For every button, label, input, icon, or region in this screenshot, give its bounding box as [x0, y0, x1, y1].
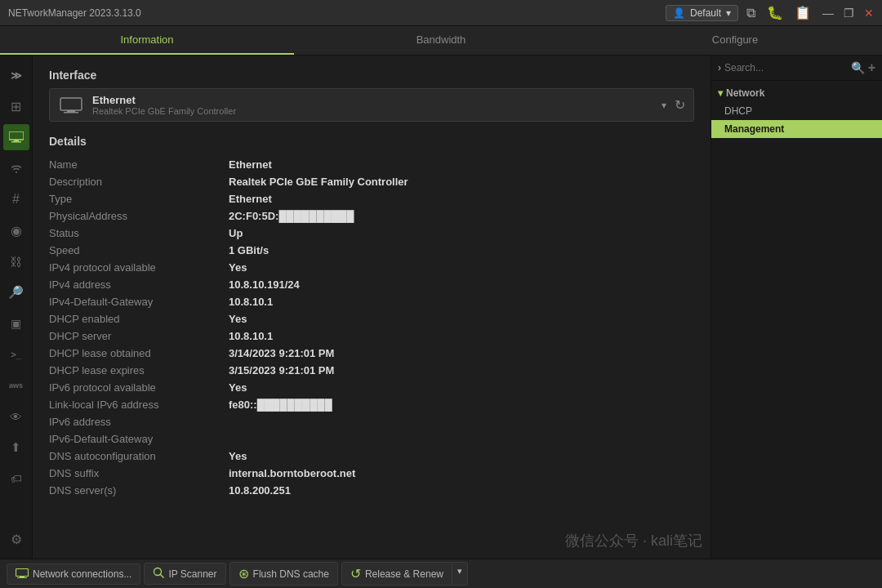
interface-description: Realtek PCIe GbE Family Controller: [92, 106, 653, 116]
row-label: Link-local IPv6 address: [49, 399, 229, 411]
expand-icon[interactable]: ≫: [3, 62, 29, 88]
wifi-icon[interactable]: [3, 155, 29, 181]
row-value: Ethernet: [229, 158, 272, 171]
row-label: DHCP lease expires: [49, 364, 229, 376]
release-renew-icon: ↺: [350, 566, 361, 581]
tree-section-label: Network: [726, 87, 764, 99]
sidebar-icons: ≫ ⊞ # ◉ ⛓ 🔎 ▣ >_ aws 👁 ⬆ 🏷 ⚙: [0, 56, 33, 559]
row-label: Type: [49, 193, 229, 205]
svg-rect-6: [16, 568, 29, 576]
interface-title: Interface: [49, 69, 694, 82]
search-icon[interactable]: 🔎: [3, 279, 29, 305]
flush-dns-icon: ⊛: [238, 566, 249, 581]
table-row: IPv4 address10.8.10.191/24: [49, 276, 694, 293]
add-icon[interactable]: +: [868, 60, 875, 75]
tag-icon[interactable]: 🏷: [3, 466, 29, 492]
profile-selector[interactable]: 👤 Default ▾: [666, 5, 738, 21]
row-value: 10.8.10.191/24: [229, 278, 300, 291]
interface-info: Ethernet Realtek PCIe GbE Family Control…: [92, 94, 653, 116]
expand-arrow-icon[interactable]: ›: [718, 62, 721, 74]
globe-icon[interactable]: ◉: [3, 217, 29, 243]
row-value: 1 GBit/s: [229, 244, 269, 256]
table-row: TypeEthernet: [49, 190, 694, 207]
table-row: IPv6 address: [49, 413, 694, 430]
interface-refresh-button[interactable]: ↻: [675, 97, 685, 113]
aws-icon[interactable]: aws: [3, 372, 29, 399]
connections-icon[interactable]: ⛓: [3, 248, 29, 274]
window-controls: — ❐ ✕: [822, 7, 874, 20]
row-label: Name: [49, 158, 229, 171]
row-value: Yes: [229, 381, 247, 394]
interface-name: Ethernet: [92, 94, 653, 106]
release-renew-group: ↺ Release & Renew ▾: [341, 562, 468, 586]
screen-icon[interactable]: ▣: [3, 310, 29, 336]
github-icon[interactable]: ⧉: [746, 6, 755, 20]
row-label: DNS suffix: [49, 467, 229, 479]
row-label: DHCP enabled: [49, 313, 229, 325]
interface-dropdown-icon[interactable]: ▾: [662, 100, 666, 111]
bug-icon[interactable]: 🐛: [767, 5, 783, 20]
header-tabs: Information Bandwidth Configure: [0, 26, 882, 56]
row-value: Up: [229, 227, 243, 239]
search-icon[interactable]: 🔍: [851, 61, 865, 74]
row-label: IPv4 protocol available: [49, 261, 229, 274]
flush-dns-button[interactable]: ⊛ Flush DNS cache: [229, 562, 338, 586]
upload-icon[interactable]: ⬆: [3, 434, 29, 461]
tab-configure[interactable]: Configure: [588, 26, 882, 55]
table-row: DescriptionRealtek PCIe GbE Family Contr…: [49, 173, 694, 190]
network-connections-button[interactable]: Network connections...: [7, 564, 140, 585]
row-label: DNS server(s): [49, 484, 229, 497]
profile-dropdown-icon: ▾: [726, 7, 731, 19]
search-input[interactable]: [724, 62, 848, 74]
row-value: 10.8.10.1: [229, 330, 273, 342]
details-table: NameEthernetDescriptionRealtek PCIe GbE …: [49, 156, 694, 499]
interface-section: Interface Ethernet Realtek PCIe GbE Fami…: [49, 69, 694, 122]
tab-information[interactable]: Information: [0, 26, 294, 55]
network-interface-icon[interactable]: [3, 124, 29, 150]
minimize-button[interactable]: —: [822, 7, 834, 20]
dashboard-icon[interactable]: ⊞: [3, 93, 29, 119]
maximize-button[interactable]: ❐: [844, 7, 854, 20]
settings-icon[interactable]: ⚙: [3, 526, 29, 552]
details-section: Details NameEthernetDescriptionRealtek P…: [49, 135, 694, 499]
close-button[interactable]: ✕: [864, 7, 874, 20]
table-row: DHCP lease expires3/15/2023 9:21:01 PM: [49, 362, 694, 379]
release-renew-dropdown-button[interactable]: ▾: [452, 562, 468, 586]
release-renew-button[interactable]: ↺ Release & Renew: [341, 562, 452, 586]
network-connections-icon: [16, 568, 29, 581]
svg-rect-8: [17, 577, 27, 578]
ip-scanner-icon: [153, 567, 164, 581]
row-value: Yes: [229, 261, 247, 274]
svg-line-10: [161, 575, 164, 578]
tree-item-management[interactable]: Management: [711, 120, 882, 138]
tree-section-network[interactable]: ▾ Network: [711, 84, 882, 102]
row-value: internal.borntoberoot.net: [229, 467, 355, 479]
tree-item-dhcp[interactable]: DHCP: [711, 102, 882, 120]
svg-rect-0: [9, 131, 24, 140]
changelog-icon[interactable]: 📋: [795, 5, 811, 20]
row-label: IPv4 address: [49, 278, 229, 291]
table-row: DHCP enabledYes: [49, 310, 694, 327]
profile-name: Default: [690, 7, 721, 19]
eye-icon[interactable]: 👁: [3, 403, 29, 430]
hash-icon[interactable]: #: [3, 186, 29, 212]
interface-selector[interactable]: Ethernet Realtek PCIe GbE Family Control…: [49, 88, 694, 122]
table-row: DNS server(s)10.8.200.251: [49, 482, 694, 499]
tab-bandwidth[interactable]: Bandwidth: [294, 26, 588, 55]
table-row: DHCP server10.8.10.1: [49, 327, 694, 345]
table-row: Link-local IPv6 addressfe80::██████████: [49, 396, 694, 413]
svg-rect-7: [20, 576, 24, 577]
terminal-icon[interactable]: >_: [3, 341, 29, 368]
table-row: Speed1 GBit/s: [49, 242, 694, 259]
search-bar: › 🔍 +: [711, 56, 882, 81]
svg-rect-2: [11, 141, 21, 143]
row-value: 10.8.10.1: [229, 296, 273, 308]
row-value: fe80::██████████: [229, 399, 332, 411]
ip-scanner-button[interactable]: IP Scanner: [144, 563, 225, 585]
row-value: 2C:F0:5D:██████████: [229, 210, 354, 222]
app-title: NETworkManager 2023.3.13.0: [8, 7, 666, 19]
row-label: DHCP server: [49, 330, 229, 342]
table-row: DNS suffixinternal.borntoberoot.net: [49, 465, 694, 482]
row-value: 10.8.200.251: [229, 484, 291, 497]
right-panel: › 🔍 + ▾ Network DHCP Management: [710, 56, 882, 559]
